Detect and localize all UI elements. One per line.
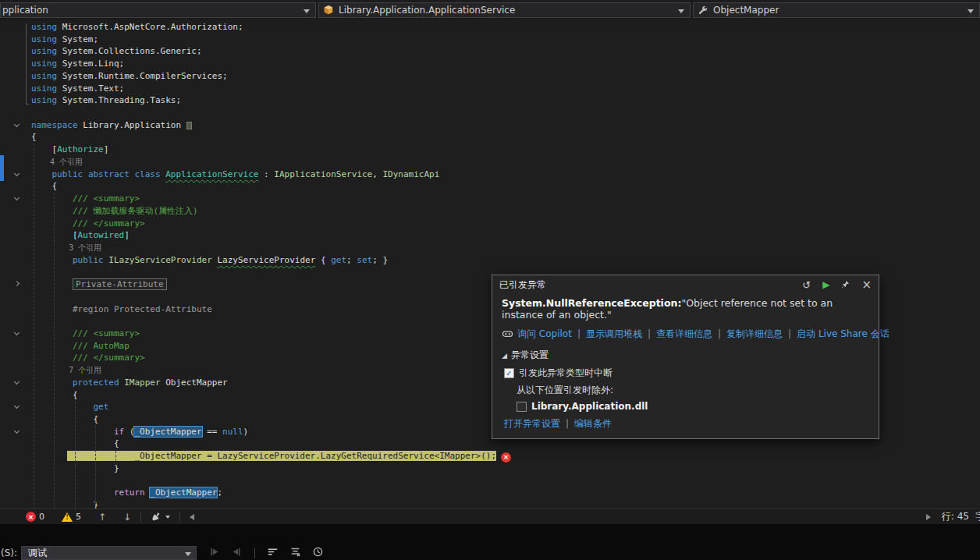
code-line: { (0, 131, 980, 144)
check-icon: ✓ (506, 370, 512, 377)
code-text: using System.Runtime.CompilerServices; (31, 70, 980, 83)
error-count[interactable]: 0 (39, 512, 44, 522)
code-line: return _ObjectMapper; (0, 487, 980, 499)
code-line: using System.Linq; (0, 58, 980, 70)
code-token: set (357, 255, 372, 265)
code-text: using System; (31, 34, 980, 46)
pin-icon[interactable] (841, 279, 850, 291)
fold-gutter (0, 180, 31, 193)
code-line (0, 107, 980, 119)
type-dropdown[interactable]: Library.Application.ApplicationService (318, 2, 691, 18)
code-line: [Authorize] (0, 144, 980, 156)
code-token: System; (57, 34, 98, 44)
chevron-down-icon (304, 9, 310, 13)
code-token: { (31, 132, 37, 142)
fold-gutter (0, 34, 31, 46)
codelens-line: 3 个引用 (0, 242, 980, 254)
code-line: } (0, 499, 980, 509)
fold-gutter (0, 389, 31, 402)
fold-gutter (0, 303, 31, 316)
code-token: , (372, 169, 382, 179)
warnings-icon[interactable] (62, 512, 73, 522)
code-text: 3 个引用 (31, 242, 980, 254)
code-token: ; } (372, 255, 388, 265)
exception-indicator-icon[interactable]: × (501, 452, 511, 463)
history-icon[interactable]: ↺ (802, 280, 811, 290)
code-token: Authorize (57, 144, 104, 154)
checkbox-checked[interactable]: ✓ (504, 368, 514, 378)
code-token: System.Linq; (57, 58, 124, 69)
code-text: return _ObjectMapper; (31, 487, 980, 499)
code-text: namespace Library.Application (31, 119, 980, 132)
action-link[interactable]: 启动 Live Share 会话 (797, 328, 889, 339)
previous-issue-icon[interactable]: ↑ (98, 512, 106, 523)
code-text: [Authorize] (31, 144, 980, 156)
fold-collapse-icon[interactable] (14, 330, 20, 335)
codelens-references-link[interactable]: 7 个引用 (31, 366, 101, 374)
exception-settings-label: 异常设置 (511, 349, 549, 362)
horizontal-scrollbar-track[interactable] (194, 509, 926, 524)
fold-gutter (0, 463, 31, 475)
continue-play-icon[interactable]: ▶ (822, 280, 829, 289)
project-dropdown[interactable]: pplication (0, 2, 316, 18)
member-dropdown-label: ObjectMapper (713, 5, 779, 16)
codelens-references-link[interactable]: 4 个引用 (31, 158, 83, 166)
action-link[interactable]: 显示调用堆栈 (586, 328, 642, 339)
next-issue-icon[interactable]: ↓ (123, 512, 131, 523)
code-token: ] (104, 144, 109, 154)
except-when-thrown-label-row: 从以下位置引发时除外: (517, 384, 869, 397)
word-wrap-icon[interactable] (268, 547, 278, 559)
code-token: null (222, 427, 243, 437)
output-source-value: 调试 (28, 547, 47, 560)
warning-count[interactable]: 5 (76, 512, 81, 522)
break-on-exception-label: 引发此异常类型时中断 (519, 367, 612, 380)
code-token: System.Runtime.CompilerServices; (57, 71, 228, 81)
exception-action-links: 询问 Copilot|显示调用堆栈|查看详细信息|复制详细信息|启动 Live … (502, 328, 869, 341)
code-token: IDynamicApi (382, 169, 439, 179)
fold-gutter (0, 131, 31, 144)
action-link[interactable]: 查看详细信息 (656, 328, 712, 339)
chevron-down-icon (968, 9, 974, 13)
code-line: [Autowired] (0, 229, 980, 242)
output-source-label: (S): (1, 548, 17, 558)
code-text: { (31, 131, 980, 144)
code-token (83, 169, 88, 179)
fold-collapse-icon[interactable] (14, 171, 20, 176)
link-separator: | (566, 418, 569, 429)
action-link[interactable]: 复制详细信息 (726, 328, 783, 339)
member-dropdown[interactable]: ObjectMapper (693, 2, 980, 18)
fold-collapse-icon[interactable] (14, 195, 20, 200)
output-source-dropdown[interactable]: 调试 (21, 546, 197, 560)
code-token: /// <summary> (31, 193, 140, 204)
code-token: /// AutoMap (31, 341, 130, 351)
chevron-down-icon (165, 516, 170, 519)
checkbox-unchecked[interactable] (517, 402, 527, 412)
fold-collapse-icon[interactable] (14, 122, 20, 127)
code-token: protected (73, 377, 119, 388)
clear-all-icon[interactable] (290, 547, 300, 559)
fold-collapse-icon[interactable] (14, 403, 20, 409)
close-icon[interactable]: × (861, 279, 872, 291)
fold-collapse-icon[interactable] (14, 428, 20, 434)
code-cleanup-broom-icon[interactable] (151, 512, 170, 523)
expander-icon[interactable]: ◢ (502, 352, 507, 360)
scroll-right-icon[interactable] (926, 514, 931, 520)
fold-collapse-icon[interactable] (14, 379, 20, 385)
code-text: /// <summary> (31, 193, 980, 205)
fold-gutter (0, 340, 31, 353)
code-token (31, 279, 73, 289)
errors-icon[interactable]: × (26, 512, 36, 522)
fold-expand-icon[interactable] (14, 281, 20, 286)
exception-settings-header[interactable]: ◢ 异常设置 (502, 349, 869, 362)
code-token: { (31, 414, 98, 424)
codelens-references-link[interactable]: 3 个引用 (31, 243, 101, 252)
action-link[interactable]: 编辑条件 (574, 418, 612, 429)
exception-popup-header[interactable]: 已引发异常 ↺ ▶ × (492, 275, 879, 294)
action-link[interactable]: 打开异常设置 (504, 418, 560, 429)
code-token: /// <summary> (31, 328, 140, 338)
fold-gutter (0, 278, 31, 291)
fold-gutter (0, 401, 31, 413)
code-token: } (31, 463, 119, 473)
timestamp-clock-icon[interactable] (313, 547, 323, 559)
action-link[interactable]: 询问 Copilot (517, 328, 572, 339)
